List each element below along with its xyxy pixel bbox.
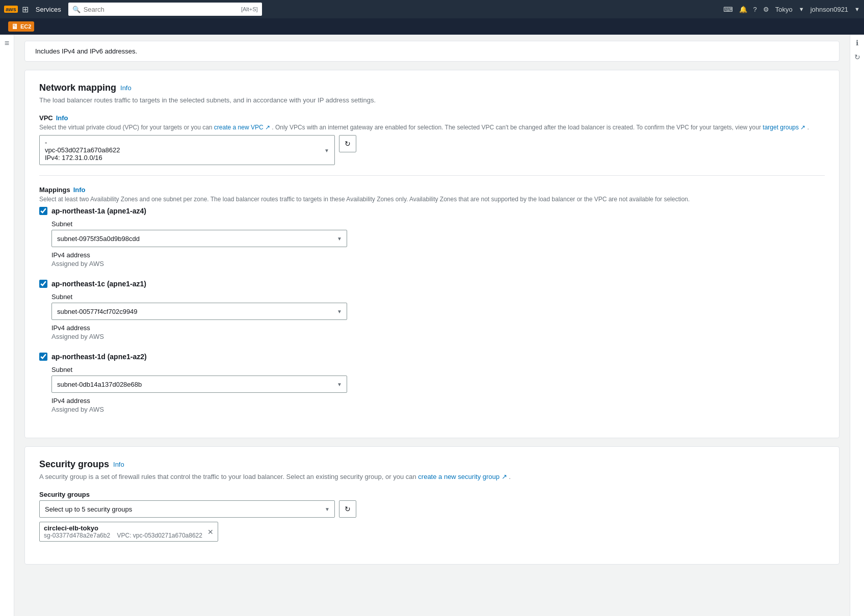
az-1-ipv4-label: IPv4 address: [51, 251, 825, 259]
sg-tag-meta: sg-03377d478a2e7a6b2 VPC: vpc-053d0271a6…: [44, 532, 202, 539]
sg-tag-sg-id: sg-03377d478a2e7a6b2: [44, 532, 110, 539]
az-2-subnet-select-wrap: subnet-00577f4cf702c9949: [51, 303, 825, 320]
target-groups-link[interactable]: target groups ↗: [763, 124, 805, 131]
az-3-ipv4-value: Assigned by AWS: [51, 406, 825, 413]
az-1-ipv4-value: Assigned by AWS: [51, 260, 825, 267]
mappings-label-text: Mappings: [39, 186, 70, 194]
az-1-header: ap-northeast-1a (apne1-az4): [39, 207, 825, 215]
cloudshell-icon[interactable]: ⌨: [723, 6, 733, 13]
vpc-refresh-button[interactable]: ↻: [339, 135, 356, 152]
az-item-3: ap-northeast-1d (apne1-az2) Subnet subne…: [39, 353, 825, 413]
security-groups-header: Security groups Info: [39, 459, 825, 470]
vpc-dropdown-arrow: ▼: [324, 147, 329, 153]
network-mapping-header: Network mapping Info: [39, 83, 825, 93]
network-mapping-info-link[interactable]: Info: [120, 84, 132, 92]
az-3-ipv4-label: IPv4 address: [51, 397, 825, 405]
right-sidebar: ℹ ↻: [850, 35, 864, 616]
region-selector[interactable]: Tokyo: [775, 6, 793, 13]
az-2-subnet-select[interactable]: subnet-00577f4cf702c9949: [51, 303, 347, 320]
settings-icon[interactable]: ⚙: [763, 6, 769, 13]
security-groups-desc: A security group is a set of firewall ru…: [39, 473, 825, 480]
az-3-subnet-select-wrap: subnet-0db14a137d028e68b: [51, 376, 825, 393]
aws-logo[interactable]: aws: [4, 6, 18, 13]
az-1-subnet-selector[interactable]: subnet-0975f35a0d9b98cdd: [51, 230, 347, 247]
az-item-2: ap-northeast-1c (apne1-az1) Subnet subne…: [39, 280, 825, 340]
ipv6-note-text: Includes IPv4 and IPv6 addresses.: [35, 47, 137, 55]
az-2-header: ap-northeast-1c (apne1-az1): [39, 280, 825, 288]
mappings-field-label: Mappings Info: [39, 186, 825, 194]
sg-tag-remove-button[interactable]: ✕: [207, 528, 214, 536]
az-3-subnet-select[interactable]: subnet-0db14a137d028e68b: [51, 376, 347, 393]
az-item-1: ap-northeast-1a (apne1-az4) Subnet subne…: [39, 207, 825, 267]
az-3-header: ap-northeast-1d (apne1-az2): [39, 353, 825, 361]
az-2-ipv4-value: Assigned by AWS: [51, 333, 825, 340]
vpc-select-container: - vpc-053d0271a670a8622 IPv4: 172.31.0.0…: [39, 135, 825, 165]
sg-tag-vpc-id: VPC: vpc-053d0271a670a8622: [117, 532, 202, 539]
ec2-logo[interactable]: 🖥 EC2: [8, 21, 34, 32]
search-icon: 🔍: [72, 6, 81, 13]
vpc-display-box[interactable]: - vpc-053d0271a670a8622 IPv4: 172.31.0.0…: [39, 135, 335, 165]
user-dropdown-arrow: ▼: [854, 6, 860, 12]
mappings-info-link[interactable]: Info: [73, 186, 86, 194]
nav-right-actions: ⌨ 🔔 ? ⚙ Tokyo ▼ johnson0921 ▼: [723, 6, 860, 13]
az-1-subnet-select-wrap: subnet-0975f35a0d9b98cdd: [51, 230, 825, 247]
sg-tag-content: circleci-elb-tokyo sg-03377d478a2e7a6b2 …: [44, 524, 202, 539]
security-groups-info-link[interactable]: Info: [113, 461, 124, 468]
security-groups-field-label: Security groups: [39, 491, 825, 498]
vpc-field-group: VPC Info Select the virtual private clou…: [39, 114, 825, 165]
right-sidebar-secondary-icon[interactable]: ↻: [854, 53, 860, 61]
security-groups-title: Security groups: [39, 459, 109, 470]
az-2-subnet-label: Subnet: [51, 293, 825, 301]
vpc-dash: -: [45, 139, 318, 146]
selected-security-group-tag: circleci-elb-tokyo sg-03377d478a2e7a6b2 …: [39, 522, 218, 542]
ec2-label: EC2: [20, 23, 31, 30]
az-2-checkbox[interactable]: [39, 280, 47, 288]
help-icon[interactable]: ?: [753, 6, 757, 13]
main-content: Includes IPv4 and IPv6 addresses. Networ…: [14, 35, 850, 616]
mappings-divider: [39, 175, 825, 176]
security-groups-select-row: Select up to 5 security groups ↻: [39, 500, 825, 518]
az-3-subnet-selector[interactable]: subnet-0db14a137d028e68b: [51, 376, 347, 393]
region-dropdown-arrow: ▼: [799, 6, 804, 12]
network-mapping-title: Network mapping: [39, 83, 116, 93]
az-3-name: ap-northeast-1d (apne1-az2): [51, 353, 147, 361]
aws-logo-text: aws: [4, 6, 18, 13]
menu-icon: ≡: [5, 39, 9, 48]
sidebar-toggle[interactable]: ≡: [0, 35, 14, 616]
vpc-id: vpc-053d0271a670a8622: [45, 146, 318, 154]
security-groups-selector[interactable]: Select up to 5 security groups: [39, 500, 335, 518]
network-mapping-desc: The load balancer routes traffic to targ…: [39, 96, 825, 104]
az-2-name: ap-northeast-1c (apne1-az1): [51, 280, 146, 288]
security-groups-card: Security groups Info A security group is…: [24, 446, 840, 565]
az-1-checkbox[interactable]: [39, 207, 47, 215]
security-groups-select[interactable]: Select up to 5 security groups: [39, 500, 335, 518]
top-navigation: aws ⊞ Services 🔍 [Alt+S] ⌨ 🔔 ? ⚙ Tokyo ▼…: [0, 0, 864, 18]
network-mapping-card: Network mapping Info The load balancer r…: [24, 70, 840, 438]
vpc-ipv4: IPv4: 172.31.0.0/16: [45, 154, 318, 162]
nav-apps-icon: ⊞: [22, 5, 29, 14]
security-groups-field-group: Security groups Select up to 5 security …: [39, 491, 825, 542]
page-layout: ≡ Includes IPv4 and IPv6 addresses. Netw…: [0, 35, 864, 616]
ipv6-note-card: Includes IPv4 and IPv6 addresses.: [24, 41, 840, 62]
az-3-checkbox[interactable]: [39, 353, 47, 361]
az-2-ipv4-label: IPv4 address: [51, 324, 825, 332]
az-2-subnet-selector[interactable]: subnet-00577f4cf702c9949: [51, 303, 347, 320]
vpc-label-text: VPC: [39, 114, 53, 122]
right-sidebar-info-icon[interactable]: ℹ: [856, 39, 858, 47]
global-search-bar[interactable]: 🔍 [Alt+S]: [68, 3, 262, 16]
create-security-group-link[interactable]: create a new security group ↗: [418, 473, 507, 480]
user-menu[interactable]: johnson0921: [810, 6, 848, 13]
search-input[interactable]: [84, 6, 238, 13]
az-1-subnet-select[interactable]: subnet-0975f35a0d9b98cdd: [51, 230, 347, 247]
security-groups-refresh-button[interactable]: ↻: [339, 500, 356, 518]
mappings-field-desc: Select at least two Availability Zones a…: [39, 196, 825, 203]
create-vpc-link[interactable]: create a new VPC ↗: [214, 124, 270, 131]
vpc-info-link[interactable]: Info: [56, 114, 68, 122]
az-1-subnet-label: Subnet: [51, 220, 825, 228]
notifications-icon[interactable]: 🔔: [739, 6, 747, 13]
services-nav-item[interactable]: Services: [33, 6, 64, 13]
az-3-subnet-label: Subnet: [51, 366, 825, 373]
search-shortcut: [Alt+S]: [241, 6, 258, 12]
service-navigation: 🖥 EC2: [0, 18, 864, 35]
ec2-logo-icon: 🖥: [11, 22, 18, 31]
